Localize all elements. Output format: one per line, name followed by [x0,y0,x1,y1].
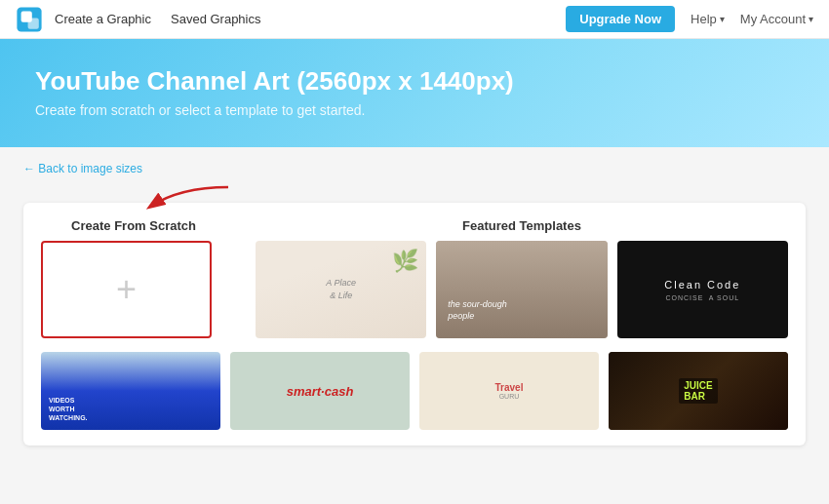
card-top-row: Create From Scratch + Featured Templates… [41,218,788,338]
template-text: VIDEOSWORTHWATCHING. [49,396,88,422]
main-card: Create From Scratch + Featured Templates… [23,203,806,446]
template-item[interactable]: the sour-doughpeople [436,241,607,338]
content-area: ← Back to image sizes Create From Scratc… [0,147,829,457]
page-subtitle: Create from scratch or select a template… [35,102,794,118]
template-subtitle: CONCISE A SOUL [665,294,739,301]
account-chevron-icon: ▾ [809,14,813,24]
template-item[interactable]: Travel GURU [419,352,599,430]
saved-graphics-link[interactable]: Saved Graphics [171,12,261,26]
template-inner: Travel GURU [495,382,524,400]
create-from-scratch-button[interactable]: + [41,241,212,338]
hero-section: YouTube Channel Art (2560px x 1440px) Cr… [0,39,829,147]
template-item[interactable]: JUICEBAR [609,352,788,430]
account-menu[interactable]: My Account ▾ [740,12,813,26]
plant-decoration: 🌿 [392,249,418,274]
page-title: YouTube Channel Art (2560px x 1440px) [35,66,794,97]
back-link[interactable]: ← Back to image sizes [23,162,142,175]
template-item[interactable]: smart·cash [230,352,410,430]
template-text: the sour-doughpeople [448,298,506,323]
template-item[interactable]: VIDEOSWORTHWATCHING. [41,352,220,430]
create-from-scratch-section: Create From Scratch + [41,218,226,338]
help-menu[interactable]: Help ▾ [691,12,725,26]
template-title: Clean Code [664,279,740,291]
template-text: JUICEBAR [679,378,717,404]
template-title: Travel [495,382,524,393]
template-text: smart·cash [287,384,354,399]
svg-rect-2 [28,18,39,28]
create-from-scratch-label: Create From Scratch [41,218,226,233]
template-bg: the sour-doughpeople [436,241,607,338]
template-subtitle: GURU [499,393,520,400]
help-chevron-icon: ▾ [720,14,725,24]
featured-templates-section: Featured Templates 🌿 A Place& Life the s… [256,218,788,338]
second-templates-row: VIDEOSWORTHWATCHING. smart·cash Travel G… [41,352,788,430]
upgrade-button[interactable]: Upgrade Now [566,6,675,32]
plus-icon: + [116,272,137,307]
create-graphic-link[interactable]: Create a Graphic [55,12,151,26]
template-item[interactable]: 🌿 A Place& Life [256,241,426,338]
featured-templates-label: Featured Templates [256,218,788,233]
featured-templates-row: 🌿 A Place& Life the sour-doughpeople [256,241,788,338]
template-text: A Place& Life [326,277,356,301]
arrow-icon [121,185,238,213]
logo[interactable] [16,6,43,33]
navbar: Create a Graphic Saved Graphics Upgrade … [0,0,829,39]
template-item[interactable]: Clean Code CONCISE A SOUL [617,241,788,338]
arrow-indicator [23,185,806,213]
